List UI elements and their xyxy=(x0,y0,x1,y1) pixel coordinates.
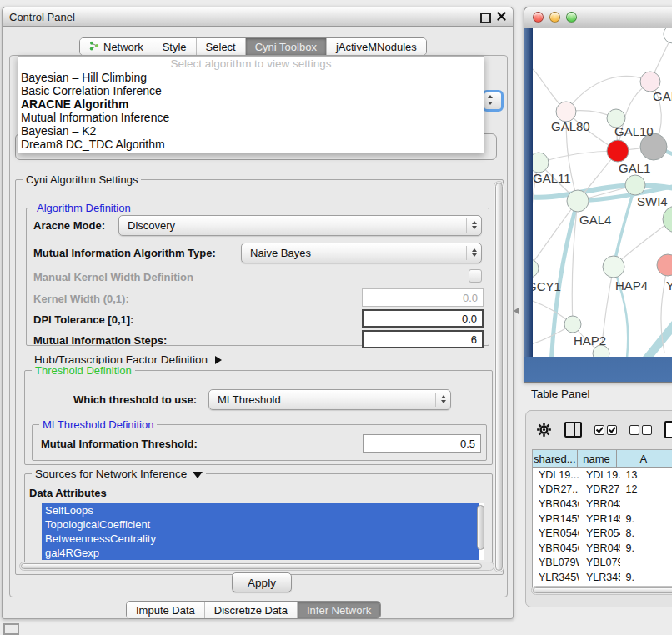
tab-label: Style xyxy=(163,41,187,53)
checkbox-checked-glyph xyxy=(594,425,604,435)
attribute-item[interactable]: BetweennessCentrality xyxy=(42,532,479,546)
table-row[interactable]: YDL19...YDL19...13 xyxy=(533,468,672,482)
network-tab-icon xyxy=(89,41,99,53)
network-node[interactable] xyxy=(533,152,549,172)
network-node[interactable] xyxy=(625,175,645,195)
mi-algorithm-type-select[interactable]: Naive Bayes xyxy=(241,242,482,263)
algorithm-option[interactable]: ARACNE Algorithm xyxy=(18,98,484,111)
table-cell: 12 xyxy=(620,482,672,498)
spinner-up-icon xyxy=(488,95,493,98)
close-icon[interactable] xyxy=(497,12,506,21)
zoom-light-icon[interactable] xyxy=(566,12,577,22)
tab-jactivemnodules[interactable]: jActiveMNodules xyxy=(326,38,426,55)
settings-vertical-scrollbar[interactable] xyxy=(494,181,504,572)
network-node[interactable] xyxy=(603,256,624,278)
mi-threshold-label: Mutual Information Threshold: xyxy=(41,438,198,450)
mi-threshold-value: 0.5 xyxy=(460,438,475,450)
table-row[interactable]: YBR045CYBR045C9. xyxy=(533,541,672,556)
close-light-icon[interactable] xyxy=(533,12,544,22)
table-row[interactable]: YBL079WYBL079W xyxy=(533,556,672,571)
kernel-width-input[interactable]: 0.0 xyxy=(362,288,484,307)
algorithm-option[interactable]: Mutual Information Inference xyxy=(18,111,484,124)
column-header[interactable]: A xyxy=(617,450,672,468)
table-cell: YBR045C xyxy=(533,541,579,556)
table-row[interactable]: YDR27...YDR27...12 xyxy=(533,482,672,498)
mi-steps-value: 6 xyxy=(471,333,477,346)
table-cell: YBR045C xyxy=(579,541,621,556)
unchecked-pair-icon[interactable] xyxy=(629,425,652,435)
window-title: Control Panel xyxy=(9,11,75,23)
which-threshold-select[interactable]: MI Threshold xyxy=(208,389,451,410)
network-node[interactable] xyxy=(533,259,539,278)
document-icon[interactable] xyxy=(664,421,672,438)
manual-kernel-label: Manual Kernel Width Definition xyxy=(33,271,193,283)
node-label: GCY1 xyxy=(533,279,561,293)
network-graph: GALGAL80GAL10GAL1GAL11SWI4GAL4GCY1HAP4YH… xyxy=(533,28,672,357)
table-row[interactable]: YBR043CYBR043C xyxy=(533,497,672,512)
network-edge[interactable] xyxy=(539,151,618,162)
sources-legend-label: Sources for Network Inference xyxy=(35,468,187,480)
network-edge[interactable] xyxy=(566,76,650,112)
attribute-item[interactable]: TopologicalCoefficient xyxy=(42,518,479,532)
node-label: SWI4 xyxy=(637,194,668,208)
columns-icon[interactable] xyxy=(564,422,582,438)
checked-pair-icon[interactable] xyxy=(594,425,617,435)
collapse-down-icon xyxy=(193,472,203,478)
table-row[interactable]: YPR145WYPR145W9. xyxy=(533,512,672,527)
network-node[interactable] xyxy=(664,28,672,43)
column-header[interactable]: shared... xyxy=(533,450,578,468)
network-window-titlebar[interactable] xyxy=(524,8,672,28)
tab-select[interactable]: Select xyxy=(196,38,245,55)
spinner-arrows-icon xyxy=(435,392,450,407)
gear-icon[interactable] xyxy=(536,422,552,438)
algorithm-option[interactable]: Bayesian – K2 xyxy=(18,124,484,138)
apply-button[interactable]: Apply xyxy=(232,572,292,592)
tab-impute-data[interactable]: Impute Data xyxy=(127,602,204,618)
float-window-icon[interactable] xyxy=(480,12,491,23)
network-node[interactable] xyxy=(657,254,672,276)
dpi-tolerance-label: DPI Tolerance [0,1]: xyxy=(33,313,133,326)
which-threshold-value: MI Threshold xyxy=(209,393,435,406)
tab-style[interactable]: Style xyxy=(153,38,196,55)
table-row[interactable]: YLR345WYLR345W9. xyxy=(533,570,672,585)
mi-threshold-input[interactable]: 0.5 xyxy=(363,434,481,452)
data-attributes-list[interactable]: SelfLoopsTopologicalCoefficientBetweenne… xyxy=(42,503,484,560)
tab-discretize-data[interactable]: Discretize Data xyxy=(204,602,297,618)
network-node[interactable] xyxy=(607,140,629,162)
mi-steps-input[interactable]: 6 xyxy=(362,330,484,348)
which-threshold-label: Which threshold to use: xyxy=(73,393,197,406)
algorithm-option[interactable]: Dream8 DC_TDC Algorithm xyxy=(18,138,484,151)
sources-legend[interactable]: Sources for Network Inference xyxy=(32,468,206,480)
minimized-panel-icon[interactable] xyxy=(3,623,19,635)
attribute-item[interactable]: SelfLoops xyxy=(42,503,479,518)
dpi-tolerance-input[interactable]: 0.0 xyxy=(362,309,484,328)
network-canvas[interactable]: GALGAL80GAL10GAL1GAL11SWI4GAL4GCY1HAP4YH… xyxy=(533,28,672,357)
table-row[interactable]: YER054CYER054C8. xyxy=(533,526,672,541)
table-horizontal-scrollbar[interactable] xyxy=(531,586,672,595)
checkbox-checked-glyph xyxy=(607,425,617,435)
network-node[interactable] xyxy=(567,190,589,212)
spinner-arrows-icon xyxy=(466,218,481,232)
network-edge[interactable] xyxy=(639,314,672,357)
table-panel-title: Table Panel xyxy=(531,388,590,400)
algorithm-option[interactable]: Basic Correlation Inference xyxy=(18,84,484,98)
aracne-mode-select[interactable]: Discovery xyxy=(118,215,482,236)
splitter-arrow-icon[interactable] xyxy=(514,308,519,314)
tab-network[interactable]: Network xyxy=(80,38,153,55)
tab-cyni-toolbox[interactable]: Cyni Toolbox xyxy=(245,38,326,55)
tab-infer-network[interactable]: Infer Network xyxy=(297,602,380,618)
table-cell: 9. xyxy=(620,512,672,527)
column-header[interactable]: name xyxy=(578,450,617,468)
network-node[interactable] xyxy=(564,316,581,332)
settings-horizontal-scrollbar[interactable] xyxy=(19,562,494,571)
minimize-light-icon[interactable] xyxy=(549,12,560,22)
algorithm-combo-focus-ring[interactable] xyxy=(482,90,504,112)
list-scrollbar-thumb[interactable] xyxy=(477,505,484,550)
manual-kernel-checkbox[interactable] xyxy=(469,269,482,282)
spinner-arrows-icon xyxy=(466,246,481,260)
algorithm-definition-legend: Algorithm Definition xyxy=(33,202,134,214)
attribute-item[interactable]: gal4RGexp xyxy=(42,546,479,560)
network-node[interactable] xyxy=(663,206,672,232)
algorithm-option[interactable]: Bayesian – Hill Climbing xyxy=(18,71,484,84)
node-label: HAP4 xyxy=(615,278,648,292)
